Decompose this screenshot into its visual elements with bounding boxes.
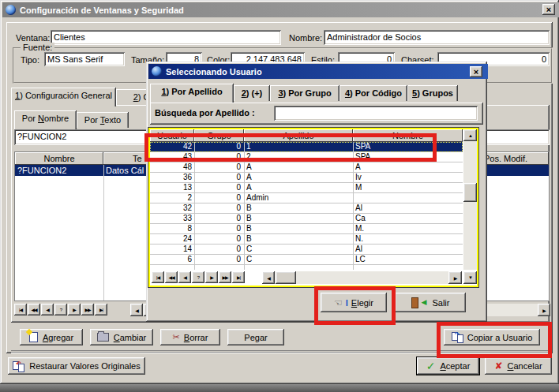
button-label: Cambiar (114, 333, 147, 342)
tab-por-grupo[interactable]: 3) Por Grupo (270, 85, 340, 101)
v-scrollbar-track[interactable] (463, 141, 477, 270)
nav-button[interactable]: ◀◀ (165, 271, 178, 283)
tab-por-apellido[interactable]: 1) Por Apellido (150, 84, 234, 103)
tab-plus[interactable]: 2) (+) (234, 85, 270, 101)
nav-button[interactable]: ▶▶ (219, 271, 231, 283)
scroll-up-button[interactable]: ▲ (463, 129, 477, 141)
nav-button-label: ? (60, 308, 62, 312)
nav-button[interactable]: ? (54, 304, 67, 315)
cell-usuario: 33 (150, 214, 192, 224)
ventana-label: Ventana: (16, 33, 50, 43)
dialog-close-button[interactable]: × (470, 66, 482, 77)
scroll-left-icon: ◀ (135, 308, 138, 313)
app-icon (152, 66, 162, 77)
column-header-nombre[interactable]: Nombre (15, 152, 103, 165)
tab-por-nombre[interactable]: Por Nombre (14, 110, 77, 129)
cell-nombre: M. (353, 224, 463, 234)
main-titlebar[interactable]: Configuración de Ventanas y Seguridad (2, 2, 559, 17)
nav-button[interactable]: ? (192, 271, 204, 283)
cancelar-button[interactable]: ✘ Cancelar (485, 357, 552, 375)
search-input[interactable] (274, 106, 478, 121)
scroll-left-button[interactable]: ◀ (262, 271, 275, 284)
user-row[interactable]: 6 0 C LC (150, 255, 463, 265)
h-scrollbar-track[interactable] (275, 271, 448, 284)
button-label: Pegar (244, 333, 267, 342)
header-label: Te (133, 154, 142, 163)
main-close-button[interactable]: × (542, 4, 555, 15)
tab-por-codigo[interactable]: 4) Por Código (340, 85, 407, 101)
column-header-pos-modif[interactable]: Pos. Modif. (481, 152, 549, 165)
nav-button[interactable]: ◀◀ (28, 304, 40, 315)
restaurar-button[interactable]: ↶ Restaurar Valores Originales (8, 357, 145, 375)
tab-por-texto[interactable]: Por Texto (77, 112, 129, 128)
header-label: Pos. Modif. (484, 154, 527, 163)
v-scrollbar-thumb[interactable] (463, 183, 477, 202)
cell-apellido: A (244, 173, 352, 183)
user-row[interactable]: 13 0 A M (150, 183, 463, 193)
tipo-input[interactable]: MS Sans Serif (44, 52, 125, 66)
user-row[interactable]: 8 0 B M. (150, 224, 463, 234)
cell-nombre (353, 193, 463, 203)
scroll-right-button[interactable]: ▶ (538, 304, 550, 316)
nav-button-label: ◀◀ (31, 307, 36, 312)
scroll-left-button[interactable]: ◀ (130, 304, 143, 316)
column-header-nombre[interactable]: Nombre (353, 129, 463, 142)
cell-usuario: 6 (150, 255, 192, 265)
close-icon: × (474, 68, 478, 76)
copiar-a-usuario-button[interactable]: ↷ Copiar a Usuario (444, 329, 540, 345)
borrar-button[interactable]: ✂ Borrar (160, 329, 220, 345)
column-header-usuario[interactable]: Usuario (150, 129, 194, 142)
user-row[interactable]: 36 0 A Iv (150, 173, 463, 183)
dialog-titlebar[interactable]: Seleccionando Usuario (148, 64, 488, 79)
nombre-value: Administrador de Socios (327, 32, 421, 42)
user-row[interactable]: 48 0 A A (150, 162, 463, 173)
header-label: Usuario (157, 131, 187, 140)
agregar-button[interactable]: Agregar (20, 329, 83, 345)
nombre-label: Nombre: (289, 33, 322, 43)
cell-apellido: 2 (244, 152, 352, 162)
nombre-input[interactable]: Administrador de Socios (324, 30, 550, 45)
nav-button[interactable]: |◀ (152, 271, 164, 283)
column-header-grupo[interactable]: Grupo (194, 129, 244, 142)
aceptar-button[interactable]: ✓ Aceptar (417, 357, 479, 375)
tab-grupos[interactable]: 5) Grupos (407, 85, 458, 101)
nav-button[interactable]: ▶ (68, 304, 81, 315)
scissors-icon: ✂ (173, 332, 180, 342)
cambiar-button[interactable]: Cambiar (90, 329, 153, 345)
pegar-button[interactable]: Pegar (227, 329, 284, 345)
cell-grupo: 0 (194, 152, 241, 162)
nav-button[interactable]: ▶ (205, 271, 218, 283)
scroll-down-button[interactable]: ▼ (463, 271, 477, 284)
cell-grupo: 0 (194, 173, 241, 183)
ventana-input[interactable]: Clientes (51, 30, 281, 45)
search-label: Búsqueda por Apellido : (155, 108, 255, 118)
tab-configuracion-general[interactable]: 1) Configuración General (11, 88, 116, 106)
user-row[interactable]: 14 0 C Al (150, 245, 463, 255)
user-row[interactable]: 24 0 B N. (150, 234, 463, 245)
user-row[interactable]: 2 0 Admin (150, 193, 463, 203)
nav-button-label: ◀ (46, 307, 49, 312)
scroll-right-icon: ▶ (542, 308, 546, 313)
salir-button[interactable]: ◀ Salir (395, 293, 466, 312)
nav-button-label: ▶ (210, 274, 213, 280)
nav-button[interactable]: ▶▶ (81, 304, 94, 315)
cell-usuario: 48 (150, 162, 192, 173)
grid-rows: 42 0 1 SPA 43 0 2 SPA 48 0 A A 36 0 A Iv… (150, 142, 463, 270)
user-row[interactable]: 43 0 2 SPA (150, 152, 463, 162)
nav-button[interactable]: ▶| (232, 271, 245, 283)
nav-button[interactable]: |◀ (14, 304, 27, 315)
nav-button[interactable]: ◀ (41, 304, 54, 315)
main-table-nav: |◀ ◀◀ ◀ ? ▶ ▶▶ ▶| (14, 304, 115, 316)
nav-button[interactable]: ◀ (178, 271, 191, 283)
user-row[interactable]: 32 0 B Al (150, 203, 463, 214)
column-header-apellido[interactable]: Apellido (244, 129, 353, 142)
nav-button-label: |◀ (19, 307, 22, 312)
user-row[interactable]: 42 0 1 SPA (150, 142, 463, 152)
elegir-button[interactable]: ☜ I Elegir (321, 293, 387, 312)
cell-apellido: C (244, 255, 352, 265)
h-scrollbar-thumb[interactable] (276, 271, 296, 284)
nav-button[interactable]: ▶| (95, 304, 107, 315)
nav-button-label: |◀ (156, 274, 159, 280)
user-row[interactable]: 33 0 B Ca (150, 214, 463, 224)
scroll-right-button[interactable]: ▶ (448, 271, 462, 284)
